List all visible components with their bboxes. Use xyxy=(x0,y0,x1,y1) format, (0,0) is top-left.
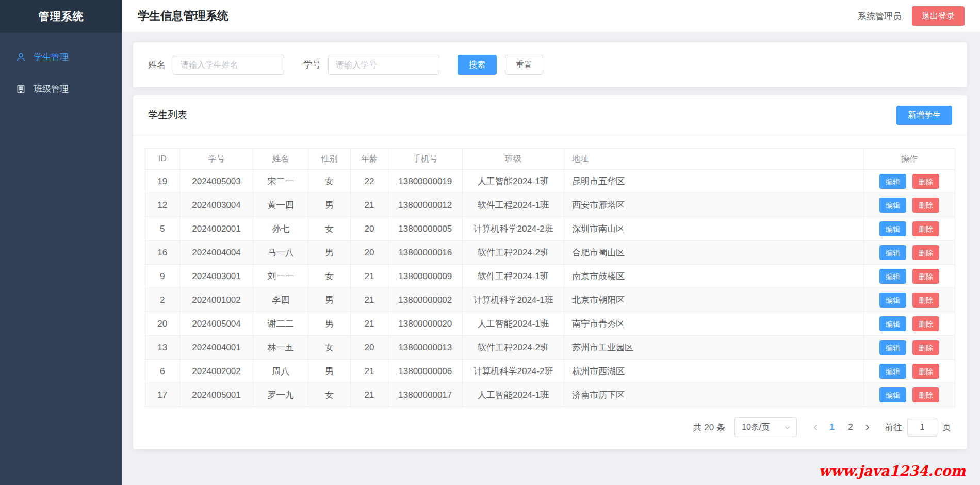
name-cell: 刘一一 xyxy=(253,265,308,288)
age-cell: 21 xyxy=(351,312,388,336)
col-header-id: ID xyxy=(145,149,180,170)
student-table-body: 192024005003宋二一女2213800000019人工智能2024-1班… xyxy=(145,170,955,407)
address-cell: 南京市鼓楼区 xyxy=(564,265,864,288)
edit-button[interactable]: 编辑 xyxy=(879,198,906,213)
gender-cell: 男 xyxy=(308,312,350,336)
search-button[interactable]: 搜索 xyxy=(458,55,497,75)
phone-cell: 13800000006 xyxy=(388,360,462,383)
actions-cell: 编辑删除 xyxy=(864,241,955,265)
page-size-select[interactable]: 10条/页 xyxy=(734,417,797,437)
delete-button[interactable]: 删除 xyxy=(912,316,939,331)
edit-button[interactable]: 编辑 xyxy=(879,293,906,308)
delete-button[interactable]: 删除 xyxy=(912,269,939,284)
delete-button[interactable]: 删除 xyxy=(912,221,939,236)
edit-button[interactable]: 编辑 xyxy=(879,269,906,284)
gender-cell: 男 xyxy=(308,193,350,217)
age-cell: 21 xyxy=(351,193,388,217)
table-row: 92024003001刘一一女2113800000009软件工程2024-1班南… xyxy=(145,265,955,288)
address-cell: 济南市历下区 xyxy=(564,383,864,407)
edit-button[interactable]: 编辑 xyxy=(879,387,906,402)
delete-button[interactable]: 删除 xyxy=(912,198,939,213)
phone-cell: 13800000012 xyxy=(388,193,462,217)
actions-cell: 编辑删除 xyxy=(864,288,955,312)
goto-label: 前往 xyxy=(885,422,902,433)
name-cell: 林一五 xyxy=(253,336,308,360)
gender-cell: 女 xyxy=(308,336,350,360)
id-cell: 2 xyxy=(145,288,180,312)
class-cell: 人工智能2024-1班 xyxy=(462,383,564,407)
reset-button[interactable]: 重置 xyxy=(505,55,543,75)
edit-button[interactable]: 编辑 xyxy=(879,316,906,331)
edit-button[interactable]: 编辑 xyxy=(879,245,906,260)
actions-cell: 编辑删除 xyxy=(864,383,955,407)
age-cell: 20 xyxy=(351,217,388,241)
delete-button[interactable]: 删除 xyxy=(912,340,939,355)
class-cell: 软件工程2024-1班 xyxy=(462,265,564,288)
class-cell: 人工智能2024-1班 xyxy=(462,170,564,193)
edit-button[interactable]: 编辑 xyxy=(879,174,906,189)
col-header-name: 姓名 xyxy=(253,149,308,170)
sidebar-item-students[interactable]: 学生管理 xyxy=(0,41,122,73)
gender-cell: 女 xyxy=(308,170,350,193)
col-header-class: 班级 xyxy=(462,149,564,170)
table-row: 22024001002李四男2113800000002计算机科学2024-1班北… xyxy=(145,288,955,312)
name-cell: 李四 xyxy=(253,288,308,312)
student-no-cell: 2024003001 xyxy=(179,265,253,288)
age-cell: 20 xyxy=(351,241,388,265)
prev-page-button[interactable] xyxy=(808,424,823,431)
table-header-row: ID 学号 姓名 性别 年龄 手机号 班级 地址 操作 xyxy=(145,149,955,170)
class-cell: 软件工程2024-2班 xyxy=(462,336,564,360)
sidebar-item-label: 班级管理 xyxy=(34,83,69,95)
student-no-cell: 2024005003 xyxy=(179,170,253,193)
edit-button[interactable]: 编辑 xyxy=(879,340,906,355)
add-student-button[interactable]: 新增学生 xyxy=(896,106,952,125)
actions-cell: 编辑删除 xyxy=(864,336,955,360)
phone-cell: 13800000019 xyxy=(388,170,462,193)
delete-button[interactable]: 删除 xyxy=(912,245,939,260)
address-cell: 昆明市五华区 xyxy=(564,170,864,193)
sidebar-menu: 学生管理 班级管理 xyxy=(0,33,122,105)
student-no-label: 学号 xyxy=(303,59,321,71)
address-cell: 合肥市蜀山区 xyxy=(564,241,864,265)
phone-cell: 13800000016 xyxy=(388,241,462,265)
id-cell: 19 xyxy=(145,170,180,193)
list-card-body: ID 学号 姓名 性别 年龄 手机号 班级 地址 操作 192024005003… xyxy=(133,135,967,449)
student-no-cell: 2024004001 xyxy=(179,336,253,360)
delete-button[interactable]: 删除 xyxy=(912,387,939,402)
page-number-2[interactable]: 2 xyxy=(842,422,859,432)
sidebar-item-classes[interactable]: 班级管理 xyxy=(0,73,122,105)
table-row: 52024002001孙七女2013800000005计算机科学2024-2班深… xyxy=(145,217,955,241)
class-cell: 软件工程2024-2班 xyxy=(462,241,564,265)
phone-cell: 13800000013 xyxy=(388,336,462,360)
edit-button[interactable]: 编辑 xyxy=(879,221,906,236)
current-user: 系统管理员 xyxy=(858,10,902,22)
gender-cell: 男 xyxy=(308,360,350,383)
name-cell: 宋二一 xyxy=(253,170,308,193)
name-cell: 罗一九 xyxy=(253,383,308,407)
student-no-cell: 2024002001 xyxy=(179,217,253,241)
address-cell: 北京市朝阳区 xyxy=(564,288,864,312)
student-no-cell: 2024005001 xyxy=(179,383,253,407)
col-header-actions: 操作 xyxy=(864,149,955,170)
next-page-button[interactable] xyxy=(860,424,874,431)
name-input[interactable] xyxy=(173,55,284,75)
page-suffix: 页 xyxy=(942,422,951,433)
goto-page-input[interactable] xyxy=(907,418,937,436)
search-panel: 姓名 学号 搜索 重置 xyxy=(133,42,967,87)
student-no-cell: 2024005004 xyxy=(179,312,253,336)
gender-cell: 男 xyxy=(308,241,350,265)
page-number-1[interactable]: 1 xyxy=(824,422,840,432)
page-size-value: 10条/页 xyxy=(742,422,770,433)
age-cell: 21 xyxy=(351,265,388,288)
col-header-phone: 手机号 xyxy=(388,149,462,170)
main-content: 姓名 学号 搜索 重置 学生列表 新增学生 ID 学号 姓名 xyxy=(122,33,980,485)
page-title: 学生信息管理系统 xyxy=(138,8,228,24)
logout-button[interactable]: 退出登录 xyxy=(912,6,965,26)
edit-button[interactable]: 编辑 xyxy=(879,364,906,379)
student-no-input[interactable] xyxy=(328,55,439,75)
delete-button[interactable]: 删除 xyxy=(912,364,939,379)
topbar: 学生信息管理系统 系统管理员 退出登录 xyxy=(122,0,980,33)
pagination: 共 20 条 10条/页 1 2 前往 页 xyxy=(145,407,955,449)
delete-button[interactable]: 删除 xyxy=(912,293,939,308)
delete-button[interactable]: 删除 xyxy=(912,174,939,189)
